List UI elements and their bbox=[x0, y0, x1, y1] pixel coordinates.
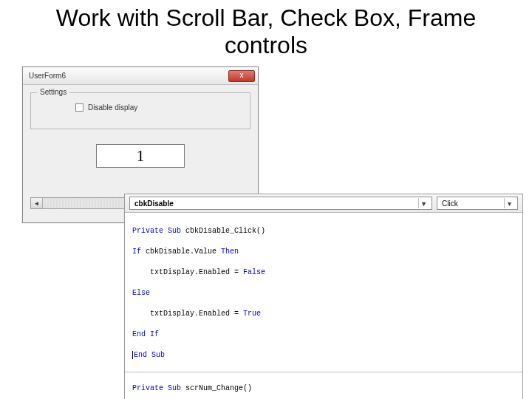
text-cursor bbox=[132, 351, 133, 359]
frame-caption: Settings bbox=[37, 88, 69, 96]
code-textarea[interactable]: Private Sub cbkDisable_Click() If cbkDis… bbox=[125, 213, 522, 399]
scroll-left-button[interactable]: ◄ bbox=[31, 198, 43, 208]
chevron-down-icon: ▾ bbox=[504, 198, 514, 208]
object-dropdown-value: cbkDisable bbox=[134, 200, 174, 208]
code-line: Private Sub scrNum_Change() bbox=[132, 383, 521, 394]
code-line: Private Sub cbkDisable_Click() bbox=[132, 226, 521, 236]
close-button[interactable]: x bbox=[228, 70, 255, 82]
chevron-down-icon: ▾ bbox=[418, 198, 429, 208]
disable-display-checkbox[interactable]: Disable display bbox=[75, 103, 242, 112]
display-textbox[interactable]: 1 bbox=[96, 144, 185, 168]
code-line: If cbkDisable.Value Then bbox=[132, 247, 521, 257]
userform-titlebar[interactable]: UserForm6 x bbox=[23, 67, 258, 85]
code-line: txtDisplay.Enabled = True bbox=[132, 309, 521, 319]
procedure-dropdown[interactable]: Click ▾ bbox=[437, 197, 518, 210]
code-line: Else bbox=[132, 288, 521, 299]
settings-frame: Settings Disable display bbox=[30, 92, 250, 129]
chevron-left-icon: ◄ bbox=[34, 200, 40, 207]
userform-title: UserForm6 bbox=[29, 72, 66, 80]
object-dropdown[interactable]: cbkDisable ▾ bbox=[129, 197, 432, 210]
checkbox-label: Disable display bbox=[88, 103, 137, 112]
close-icon: x bbox=[240, 71, 244, 79]
page-title: Work with Scroll Bar, Check Box, Frame c… bbox=[0, 0, 532, 59]
procedure-separator bbox=[125, 372, 522, 372]
code-line: txtDisplay.Enabled = False bbox=[132, 267, 521, 278]
code-line: End Sub bbox=[132, 350, 521, 361]
code-line: End If bbox=[132, 330, 521, 340]
procedure-dropdown-value: Click bbox=[442, 200, 458, 208]
code-editor-window: cbkDisable ▾ Click ▾ Private Sub cbkDisa… bbox=[124, 194, 523, 399]
checkbox-icon bbox=[75, 103, 83, 112]
code-editor-header: cbkDisable ▾ Click ▾ bbox=[125, 194, 522, 213]
